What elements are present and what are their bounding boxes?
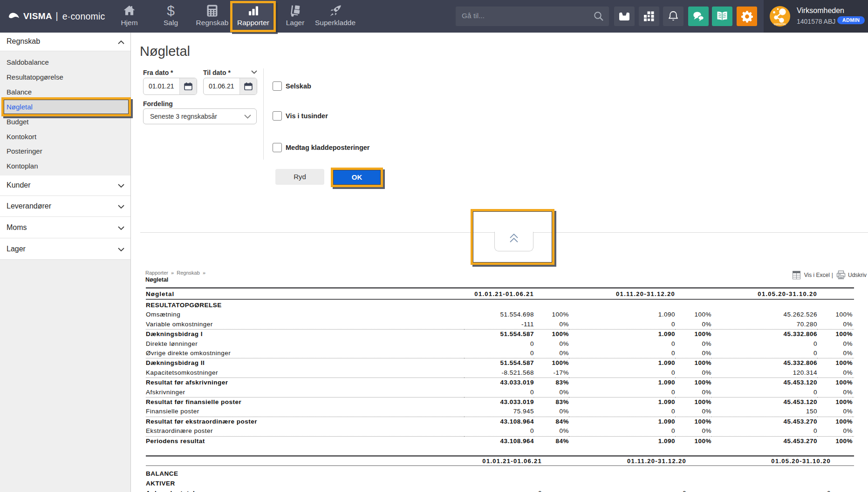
svg-text:conomic: conomic — [774, 22, 786, 26]
